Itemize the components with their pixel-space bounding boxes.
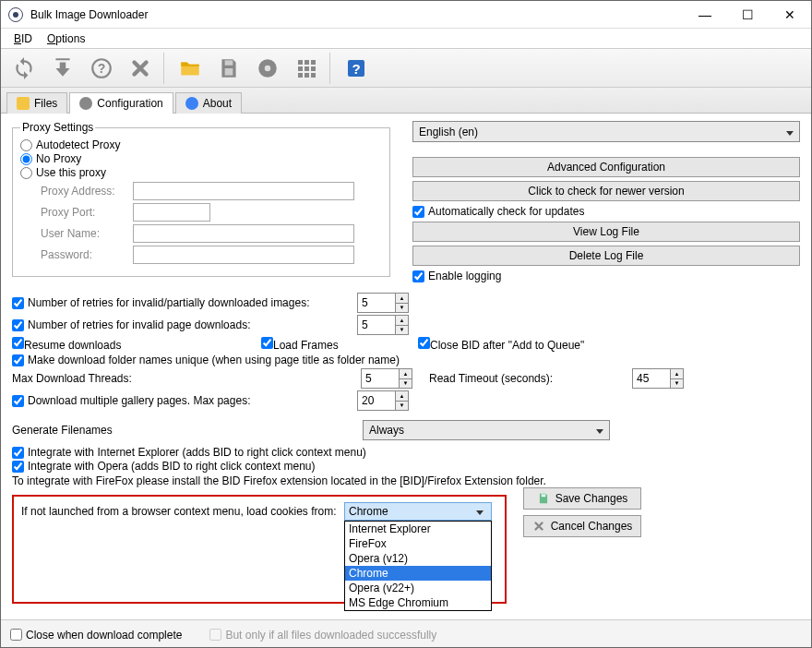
check-foldernames[interactable] [12, 354, 24, 366]
check-label: Enable logging [428, 270, 501, 282]
genfiles-select[interactable]: Always [363, 420, 610, 440]
maxthreads-spinner[interactable]: ▲▼ [361, 368, 412, 389]
advanced-config-button[interactable]: Advanced Configuration [412, 157, 800, 177]
proxy-pass-input[interactable] [133, 246, 354, 264]
close-button[interactable]: ✕ [769, 1, 811, 29]
tab-configuration[interactable]: Configuration [69, 92, 173, 114]
radio-usethis[interactable] [20, 167, 32, 179]
gear-icon[interactable] [250, 53, 285, 84]
retries-invalid-spinner[interactable]: ▲▼ [357, 293, 409, 313]
retries-page-value[interactable] [358, 316, 395, 334]
about-icon[interactable]: ? [339, 53, 374, 84]
language-select[interactable]: English (en) [412, 121, 800, 142]
proxy-user-input[interactable] [133, 224, 354, 243]
svg-rect-2 [225, 60, 233, 65]
check-autoupdate[interactable] [412, 206, 424, 218]
radio-label: Use this proxy [36, 166, 106, 179]
browser-cookie-select[interactable]: Chrome [344, 502, 492, 521]
check-closeafter[interactable] [418, 337, 430, 349]
check-label: Number of retries for invalid/partially … [28, 296, 309, 309]
maxthreads-value[interactable] [362, 369, 399, 388]
proxy-port-input[interactable] [133, 203, 210, 222]
tab-label: Files [34, 97, 57, 110]
tab-label: Configuration [97, 97, 162, 110]
delete-log-button[interactable]: Delete Log File [412, 246, 800, 266]
browser-cookie-value: Chrome [349, 505, 388, 518]
proxy-address-input[interactable] [133, 182, 354, 200]
check-label: Integrate with Internet Explorer (adds B… [28, 446, 366, 459]
check-retries-page[interactable] [12, 319, 24, 331]
multgallery-spinner[interactable]: ▲▼ [357, 390, 409, 411]
menu-bid[interactable]: BID [6, 30, 40, 47]
check-multgallery[interactable] [12, 395, 24, 407]
chevron-down-icon [596, 424, 603, 437]
multgallery-value[interactable] [358, 391, 395, 410]
button-label: Save Changes [555, 492, 628, 505]
titlebar: Bulk Image Downloader ― ☐ ✕ [1, 1, 811, 29]
readtimeout-spinner[interactable]: ▲▼ [632, 368, 684, 389]
delete-icon[interactable] [123, 53, 158, 84]
menu-options[interactable]: Options [40, 30, 92, 47]
svg-rect-7 [304, 60, 309, 65]
proxy-user-label: User Name: [41, 227, 124, 240]
browser-label: If not launched from a browser context m… [21, 505, 344, 518]
check-integrate-ie[interactable] [12, 447, 24, 459]
check-version-button[interactable]: Click to check for newer version [412, 181, 800, 201]
button-label: Cancel Changes [551, 520, 633, 533]
browser-cookie-box: If not launched from a browser context m… [12, 495, 507, 604]
tab-about[interactable]: About [175, 92, 242, 114]
check-close-complete[interactable] [10, 629, 22, 641]
tab-bar: Files Configuration About [1, 88, 811, 114]
check-retries-invalid[interactable] [12, 297, 24, 309]
download-icon[interactable] [45, 53, 80, 84]
dropdown-option[interactable]: FireFox [345, 536, 491, 551]
readtimeout-value[interactable] [633, 369, 670, 388]
tab-files[interactable]: Files [6, 92, 67, 114]
minimize-button[interactable]: ― [684, 1, 726, 29]
check-integrate-opera[interactable] [12, 461, 24, 473]
maximize-button[interactable]: ☐ [726, 1, 769, 29]
chevron-down-icon [786, 126, 794, 138]
language-value: English (en) [419, 126, 478, 138]
cancel-icon [532, 520, 545, 533]
dropdown-option[interactable]: MS Edge Chromium [345, 595, 491, 610]
dropdown-option[interactable]: Internet Explorer [345, 522, 491, 536]
check-resume[interactable] [12, 337, 24, 349]
svg-rect-12 [298, 73, 303, 78]
save-changes-button[interactable]: Save Changes [523, 487, 641, 510]
toolbar-sep [163, 53, 167, 84]
check-label: Make download folder names unique (when … [28, 354, 400, 366]
toolbar: ? ? [1, 49, 811, 88]
view-log-button[interactable]: View Log File [412, 222, 800, 242]
folder-icon[interactable] [173, 53, 208, 84]
svg-rect-3 [225, 68, 233, 76]
check-label: Close when download complete [26, 629, 182, 642]
radio-noproxy[interactable] [20, 153, 32, 165]
radio-autodetect[interactable] [20, 139, 32, 151]
radio-label: No Proxy [36, 152, 81, 165]
check-label: But only if all files downloaded success… [225, 629, 436, 642]
refresh-icon[interactable] [6, 53, 42, 84]
grid-icon[interactable] [289, 53, 324, 84]
retries-invalid-value[interactable] [358, 294, 395, 312]
svg-rect-11 [311, 66, 316, 71]
help-icon[interactable]: ? [84, 53, 119, 84]
save-icon[interactable] [211, 53, 246, 84]
dropdown-option[interactable]: Opera (v22+) [345, 581, 491, 595]
check-butonly [209, 629, 221, 641]
check-label: Integrate with Opera (adds BID to right … [28, 460, 315, 473]
browser-cookie-dropdown[interactable]: Internet Explorer FireFox Opera (v12) Ch… [344, 521, 492, 611]
proxy-legend: Proxy Settings [20, 121, 95, 134]
retries-page-spinner[interactable]: ▲▼ [357, 315, 409, 335]
app-title: Bulk Image Downloader [30, 8, 684, 21]
dropdown-option[interactable]: Opera (v12) [345, 551, 491, 566]
check-label: Close BID after "Add to Queue" [430, 339, 584, 352]
cancel-changes-button[interactable]: Cancel Changes [523, 515, 641, 537]
dropdown-option[interactable]: Chrome [345, 566, 491, 581]
check-loadframes[interactable] [261, 337, 273, 349]
svg-rect-6 [298, 60, 303, 65]
check-label: Download multiple gallery pages. Max pag… [28, 394, 250, 407]
svg-text:?: ? [98, 61, 106, 76]
svg-text:?: ? [352, 61, 360, 77]
check-enablelog[interactable] [412, 270, 424, 282]
